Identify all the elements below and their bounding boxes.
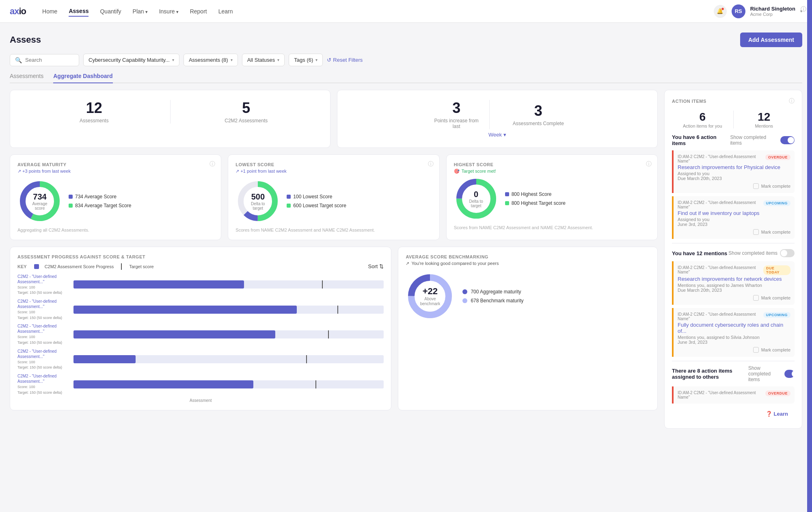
lowest-score-info-icon[interactable]: ⓘ: [428, 161, 434, 168]
mention-item-2: ID:AM-2 C2M2 - "User-defined Assessment …: [672, 308, 795, 357]
stat-complete: 3 Assessments Complete: [506, 103, 571, 126]
action-item-1: ID:AM-2 C2M2 - "User-defined Assessment …: [672, 150, 795, 193]
highest-score-donut: 0 Delta to target: [454, 176, 499, 221]
nav-learn[interactable]: Learn: [218, 7, 233, 16]
bar-row-4: C2M2 - "User-defined Assessment..."Score…: [17, 373, 384, 395]
mark-complete-checkbox-2[interactable]: [753, 229, 759, 235]
action-section-label: You have 6 action items: [672, 134, 730, 146]
bench-title: AVERAGE SCORE BENCHMARKING: [406, 254, 650, 259]
key-swatch-score: [34, 264, 39, 269]
bench-leg-dot-1: [462, 289, 467, 294]
lowest-score-num: 500: [247, 192, 269, 201]
user-name: Richard Singleton: [750, 6, 795, 12]
search-input[interactable]: [25, 57, 74, 63]
side-accent: [807, 0, 812, 438]
mark-complete-row-m2: Mark complete: [678, 347, 790, 353]
assessments-filter[interactable]: Assessments (8) ▾: [184, 54, 238, 66]
mention-item-1-title[interactable]: Research improvements for network device…: [678, 276, 790, 282]
bar-target-1: [337, 306, 338, 314]
learn-footer[interactable]: ❓ Learn: [672, 407, 795, 421]
action-stats: 6 Action items for you 12 Mentions: [672, 111, 795, 128]
avg-maturity-footer: Aggregating all C2M2 Assessments.: [17, 228, 214, 232]
mark-complete-row-1: Mark complete: [678, 183, 790, 189]
show-completed-others-toggle[interactable]: [784, 370, 795, 378]
bar-fill-3: [73, 355, 136, 363]
action-item-1-date: Due March 20th, 2023: [678, 176, 790, 181]
action-item-2-badge: UPCOMING: [763, 200, 791, 206]
bar-target-3: [306, 355, 307, 363]
bar-fill-2: [73, 330, 275, 338]
statuses-filter[interactable]: All Statuses ▾: [242, 54, 285, 66]
action-item-1-title[interactable]: Research improvements for Physical devic…: [678, 164, 790, 170]
nav-assess[interactable]: Assess: [69, 6, 89, 17]
week-toggle[interactable]: Week ▾: [488, 132, 506, 138]
bench-subtitle: ↗ You're looking good compared to your p…: [406, 261, 650, 266]
complete-count: 3: [512, 103, 565, 119]
nav-plan[interactable]: Plan: [133, 7, 148, 16]
nav-quantify[interactable]: Quantify: [100, 7, 121, 16]
filter-bar: 🔍 Cybersecurity Capability Maturity... ▾…: [10, 54, 802, 66]
legend-low-score: 100 Lowest Score: [287, 194, 346, 200]
tab-assessments[interactable]: Assessments: [10, 73, 43, 83]
show-completed-toggle[interactable]: [780, 136, 795, 144]
avg-maturity-info-icon[interactable]: ⓘ: [209, 161, 215, 168]
bench-info-icon[interactable]: ⓘ: [801, 6, 806, 13]
notification-button[interactable]: 🔔: [714, 5, 727, 18]
tab-aggregate-dashboard[interactable]: Aggregate Dashboard: [53, 73, 112, 83]
nav-home[interactable]: Home: [42, 7, 57, 16]
nav-right: 🔔 RS Richard Singleton Acme Corp ▾: [714, 4, 802, 18]
avg-maturity-content: 734 Average score 734 Average Score: [17, 179, 214, 223]
bench-sublabel: Abovebenchmark: [420, 297, 440, 306]
mark-complete-checkbox-1[interactable]: [753, 183, 759, 189]
action-count-num: 6: [676, 111, 729, 124]
sort-button[interactable]: Sort ⇅: [368, 263, 384, 269]
legend-dot-avg-target: [69, 204, 73, 208]
mentions-section-header: You have 12 mentions Show completed item…: [672, 249, 795, 257]
bar-container: C2M2 - "User-defined Assessment..."Score…: [17, 274, 384, 395]
legend-dot-low: [287, 195, 291, 199]
legend-avg-target: 834 Average Target Score: [69, 203, 131, 208]
add-assessment-button[interactable]: Add Assessment: [740, 33, 802, 47]
tags-filter[interactable]: Tags (6) ▾: [289, 54, 323, 66]
action-item-1-header: ID:AM-2 C2M2 - "User-defined Assessment …: [678, 154, 790, 163]
bench-center: +22 Abovebenchmark: [420, 286, 440, 306]
assessments-label: Assessments: [25, 118, 164, 124]
key-target-label: Target score: [129, 264, 154, 269]
show-completed-others: Show completed items: [748, 365, 795, 382]
highest-score-sublabel: Delta to target: [465, 199, 487, 208]
highest-score-footer: Scores from NAME C2M2 Assessment and NAM…: [454, 225, 650, 230]
bar-row-1: C2M2 - "User-defined Assessment..."Score…: [17, 299, 384, 320]
reset-filters-button[interactable]: ↺ Reset Filters: [327, 57, 363, 63]
bar-target-0: [322, 280, 323, 289]
avg-maturity-card: ⓘ AVERAGE MATURITY ↗ +3 points from last…: [10, 154, 221, 240]
mentions-section: You have 12 mentions Show completed item…: [672, 249, 795, 357]
action-item-2-header: ID:AM-2 C2M2 - "User-defined Assessment …: [678, 200, 790, 209]
bar-label-1: C2M2 - "User-defined Assessment..."Score…: [17, 299, 70, 320]
action-count-label: Action items for you: [676, 124, 729, 128]
bar-row-3: C2M2 - "User-defined Assessment..."Score…: [17, 349, 384, 370]
bar-label-0: C2M2 - "User-defined Assessment..."Score…: [17, 274, 70, 295]
stat-assessments: 12 Assessments: [18, 100, 171, 124]
show-completed-mentions-toggle[interactable]: [780, 249, 795, 257]
main-content: Assess Add Assessment 🔍 Cybersecurity Ca…: [0, 23, 812, 438]
nav-insure[interactable]: Insure: [159, 7, 179, 16]
page-title: Assess: [10, 35, 41, 45]
mentions-count: 12 Mentions: [734, 111, 795, 128]
action-count: 6 Action items for you: [672, 111, 734, 128]
mention-item-2-meta: Mentions you, assigned to Silvia Johnson: [678, 335, 790, 340]
nav-report[interactable]: Report: [190, 7, 207, 16]
mark-complete-checkbox-m2[interactable]: [753, 347, 759, 353]
highest-score-info-icon[interactable]: ⓘ: [646, 161, 652, 168]
bar-fill-0: [73, 280, 244, 289]
avg-maturity-donut: 734 Average score: [17, 179, 62, 223]
mention-item-2-title[interactable]: Fully document cybersecurity roles and c…: [678, 322, 790, 334]
mentions-count-num: 12: [738, 111, 791, 124]
key-target-line: [121, 263, 122, 270]
action-info-icon[interactable]: ⓘ: [789, 98, 795, 105]
action-item-2-title[interactable]: Find out if we inventory our laptops: [678, 210, 790, 216]
mentions-section-label: You have 12 mentions: [672, 250, 727, 256]
mark-complete-checkbox-m1[interactable]: [753, 295, 759, 301]
framework-filter[interactable]: Cybersecurity Capability Maturity... ▾: [83, 54, 179, 66]
avg-maturity-center: 734 Average score: [29, 192, 51, 210]
c2m2-count: 5: [177, 100, 316, 116]
